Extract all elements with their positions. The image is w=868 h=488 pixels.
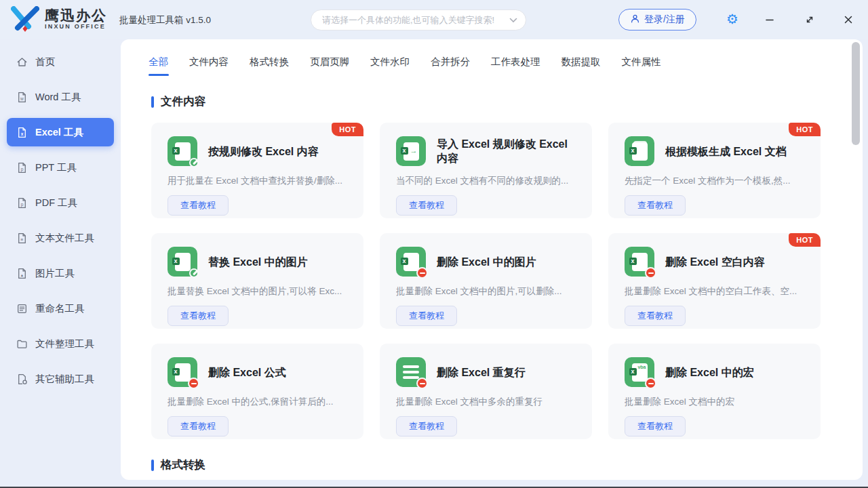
ppt-file-icon: p — [16, 162, 28, 174]
sidebar-item-图片工具[interactable]: ▴ 图片工具 — [7, 259, 114, 287]
tool-card-description: 批量删除 Excel 文档中的空白工作表、空... — [625, 285, 804, 298]
settings-gear-icon[interactable]: ⚙ — [724, 11, 741, 27]
excel-file-icon: x — [16, 127, 28, 138]
tool-card[interactable]: x 删除 Excel 中的图片 批量删除 Excel 文档中的图片,可以删除..… — [380, 233, 592, 329]
image-file-icon: ▴ — [16, 268, 28, 279]
tool-card[interactable]: x 替换 Excel 中的图片 批量替换 Excel 文档中的图片,可以将 Ex… — [151, 233, 363, 329]
tool-card-description: 批量删除 Excel 文档中的图片,可以删除... — [396, 285, 576, 298]
view-tutorial-button[interactable]: 查看教程 — [625, 306, 686, 326]
minimize-button[interactable] — [761, 11, 778, 28]
section-文件内容: 文件内容 HOT x 按规则修改 Excel 内容 用于批量在 Excel 文档… — [121, 94, 863, 439]
user-icon — [630, 14, 640, 26]
sidebar-item-label: 文件整理工具 — [35, 338, 94, 350]
excel-edit-icon: x — [167, 136, 197, 166]
tool-card-title: 删除 Excel 公式 — [208, 365, 286, 380]
tool-card[interactable]: xvba 删除 Excel 中的宏 批量删除 Excel 文档中的宏 查看教程 — [608, 344, 821, 439]
tab-文件水印[interactable]: 文件水印 — [370, 56, 410, 76]
sections-container: 文件内容 HOT x 按规则修改 Excel 内容 用于批量在 Excel 文档… — [121, 94, 863, 480]
tab-页眉页脚[interactable]: 页眉页脚 — [310, 56, 349, 76]
excel-formula-delete-icon: x — [167, 357, 197, 387]
tool-card[interactable]: HOT x 根据模板生成 Excel 文档 先指定一个 Excel 文档作为一个… — [608, 123, 821, 218]
view-tutorial-button[interactable]: 查看教程 — [625, 195, 686, 216]
search-input[interactable] — [322, 15, 505, 25]
section-title: 格式转换 — [161, 458, 205, 472]
sidebar-item-其它辅助工具[interactable]: 其它辅助工具 — [7, 365, 114, 393]
svg-text:x: x — [21, 131, 24, 136]
svg-text:≡: ≡ — [21, 237, 24, 241]
tool-card-description: 批量替换 Excel 文档中的图片,可以将 Exc... — [167, 285, 347, 298]
sidebar-item-label: 首页 — [35, 56, 55, 68]
sidebar-item-word-工具[interactable]: w Word 工具 — [7, 83, 114, 111]
view-tutorial-button[interactable]: 查看教程 — [396, 195, 457, 216]
close-button[interactable] — [840, 11, 857, 28]
tool-card-description: 用于批量在 Excel 文档中查找并替换/删除... — [167, 175, 347, 187]
view-tutorial-button[interactable]: 查看教程 — [625, 416, 686, 436]
card-grid: HOT x 按规则修改 Excel 内容 用于批量在 Excel 文档中查找并替… — [151, 123, 863, 439]
tool-card-title: 根据模板生成 Excel 文档 — [665, 144, 787, 159]
main-panel: 全部 文件内容 格式转换 页眉页脚 文件水印 合并拆分 工作表处理 数据提取 文… — [121, 39, 863, 480]
view-tutorial-button[interactable]: 查看教程 — [167, 306, 229, 326]
login-label: 登录/注册 — [644, 14, 685, 26]
tool-card-title: 删除 Excel 中的图片 — [437, 255, 536, 269]
tab-文件内容[interactable]: 文件内容 — [189, 56, 229, 76]
view-tutorial-button[interactable]: 查看教程 — [396, 306, 457, 326]
excel-image-replace-icon: x — [167, 247, 197, 277]
text-file-icon: ≡ — [16, 232, 28, 244]
maximize-button[interactable] — [801, 11, 818, 28]
tool-card-title: 导入 Excel 规则修改 Excel 内容 — [437, 137, 576, 165]
scrollbar[interactable] — [851, 41, 861, 479]
hot-badge: HOT — [789, 123, 821, 136]
tab-合并拆分[interactable]: 合并拆分 — [431, 56, 470, 76]
tool-card[interactable]: HOT x 按规则修改 Excel 内容 用于批量在 Excel 文档中查找并替… — [151, 123, 363, 218]
sidebar-item-ppt-工具[interactable]: p PPT 工具 — [7, 153, 114, 182]
tool-card[interactable]: x 删除 Excel 公式 批量删除 Excel 中的公式,保留计算后的... … — [151, 344, 363, 439]
logo-title: 鹰迅办公 — [45, 8, 107, 23]
home-icon — [16, 56, 28, 68]
tool-card-title: 替换 Excel 中的图片 — [208, 255, 308, 269]
hot-badge: HOT — [332, 123, 363, 136]
svg-text:p: p — [21, 166, 24, 171]
pdf-file-icon: p — [16, 197, 28, 209]
tool-card-title: 删除 Excel 中的宏 — [665, 365, 754, 380]
sidebar-item-重命名工具[interactable]: 重命名工具 — [7, 294, 114, 323]
tool-card[interactable]: x→ 导入 Excel 规则修改 Excel 内容 当不同的 Excel 文档有… — [380, 123, 592, 218]
sidebar-item-label: 其它辅助工具 — [35, 373, 94, 386]
section-格式转换: 格式转换 — [121, 458, 863, 480]
sidebar-item-excel-工具[interactable]: x Excel 工具 — [7, 118, 114, 146]
login-button[interactable]: 登录/注册 — [618, 9, 696, 30]
function-search-box[interactable] — [311, 9, 526, 30]
scrollbar-thumb[interactable] — [852, 42, 860, 145]
folder-icon — [16, 338, 28, 350]
sidebar-item-首页[interactable]: 首页 — [7, 47, 114, 76]
chevron-down-icon[interactable] — [505, 16, 517, 25]
misc-tools-icon — [16, 373, 28, 385]
rename-icon — [16, 303, 28, 314]
sidebar-item-pdf-工具[interactable]: p PDF 工具 — [7, 188, 114, 217]
sidebar-item-label: Excel 工具 — [35, 126, 83, 139]
excel-blank-delete-icon: x — [625, 247, 654, 277]
excel-image-delete-icon: x — [396, 247, 426, 277]
view-tutorial-button[interactable]: 查看教程 — [167, 195, 229, 216]
tool-card[interactable]: 删除 Excel 重复行 批量删除 Excel 文档中多余的重复行 查看教程 — [380, 344, 592, 439]
tab-数据提取[interactable]: 数据提取 — [561, 56, 601, 76]
tool-card[interactable]: HOT x 删除 Excel 空白内容 批量删除 Excel 文档中的空白工作表… — [608, 233, 821, 329]
window-title: 批量处理工具箱 v1.5.0 — [119, 14, 211, 26]
section-accent-bar — [151, 460, 154, 471]
tool-card-description: 批量删除 Excel 文档中多余的重复行 — [396, 396, 576, 408]
excel-import-icon: x→ — [396, 136, 426, 166]
tool-card-title: 删除 Excel 重复行 — [437, 365, 526, 380]
sidebar-item-文本文件工具[interactable]: ≡ 文本文件工具 — [7, 224, 114, 252]
excel-macro-delete-icon: xvba — [625, 357, 654, 387]
tab-全部[interactable]: 全部 — [149, 56, 168, 76]
app-logo: 鹰迅办公 INXUN OFFICE — [11, 6, 107, 32]
tab-格式转换[interactable]: 格式转换 — [250, 56, 289, 76]
tool-card-description: 当不同的 Excel 文档有不同的修改规则的... — [396, 175, 576, 187]
view-tutorial-button[interactable]: 查看教程 — [167, 416, 229, 436]
tab-文件属性[interactable]: 文件属性 — [622, 56, 661, 76]
svg-text:w: w — [20, 96, 24, 100]
sidebar-item-文件整理工具[interactable]: 文件整理工具 — [7, 329, 114, 358]
tab-工作表处理[interactable]: 工作表处理 — [491, 56, 540, 76]
view-tutorial-button[interactable]: 查看教程 — [396, 416, 457, 436]
word-file-icon: w — [16, 92, 28, 103]
app-logo-icon — [11, 6, 39, 32]
